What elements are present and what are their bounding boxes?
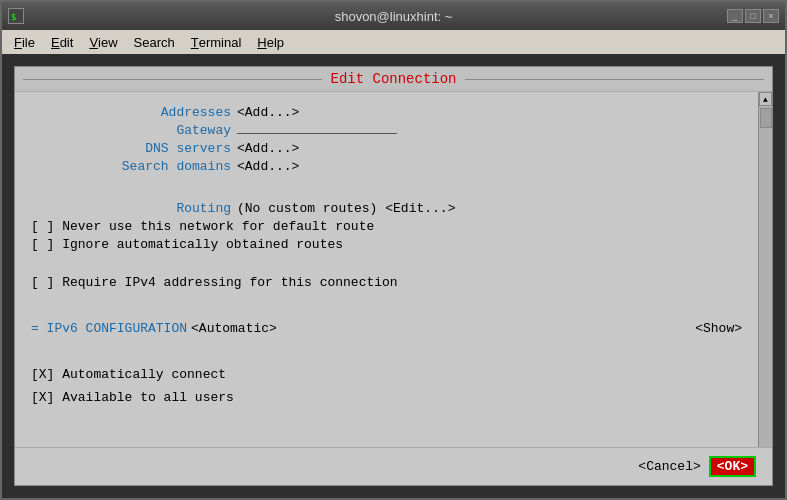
dialog-content: Addresses <Add...> Gateway <box>15 92 772 447</box>
dialog-main: Addresses <Add...> Gateway <box>15 92 758 447</box>
gateway-row: Gateway <box>31 123 742 138</box>
scroll-up[interactable]: ▲ <box>759 92 772 106</box>
checkbox-ignore-routes[interactable]: [ ] Ignore automatically obtained routes <box>31 237 742 252</box>
menu-edit[interactable]: Edit <box>43 30 81 54</box>
gateway-label: Gateway <box>31 123 231 138</box>
spacer2 <box>31 256 742 271</box>
dns-value[interactable]: <Add...> <box>237 141 299 156</box>
terminal-area: Edit Connection Addresses <Add...> <box>2 54 785 498</box>
dns-row: DNS servers <Add...> <box>31 141 742 156</box>
ok-button[interactable]: <OK> <box>709 456 756 477</box>
titlebar: $ shovon@linuxhint: ~ _ □ × <box>2 2 785 30</box>
dialog-titlebar: Edit Connection <box>15 67 772 92</box>
spacer4 <box>31 344 742 359</box>
scroll-thumb[interactable] <box>760 108 772 128</box>
menu-file[interactable]: File <box>6 30 43 54</box>
menu-terminal[interactable]: Terminal <box>183 30 250 54</box>
dialog-footer: <Cancel> <OK> <box>15 447 772 485</box>
menu-search[interactable]: Search <box>126 30 183 54</box>
menu-help[interactable]: Help <box>249 30 292 54</box>
routing-row: Routing (No custom routes) <Edit...> <box>31 201 742 216</box>
addresses-value[interactable]: <Add...> <box>237 105 299 120</box>
ipv6-label: = IPv6 CONFIGURATION <box>31 321 187 336</box>
maximize-button[interactable]: □ <box>745 9 761 23</box>
routing-value[interactable]: (No custom routes) <Edit...> <box>237 201 455 216</box>
ipv6-value[interactable]: <Automatic> <box>191 321 277 336</box>
routing-label: Routing <box>31 201 231 216</box>
titlebar-left: $ <box>8 8 24 24</box>
ipv6-row: = IPv6 CONFIGURATION <Automatic> <Show> <box>31 321 742 336</box>
edit-connection-dialog: Edit Connection Addresses <Add...> <box>14 66 773 486</box>
checkbox-require-ipv4[interactable]: [ ] Require IPv4 addressing for this con… <box>31 275 742 290</box>
close-button[interactable]: × <box>763 9 779 23</box>
dns-label: DNS servers <box>31 141 231 156</box>
menubar: File Edit View Search Terminal Help <box>2 30 785 54</box>
minimize-button[interactable]: _ <box>727 9 743 23</box>
scrollbar[interactable]: ▲ <box>758 92 772 447</box>
menu-view[interactable]: View <box>81 30 125 54</box>
checkbox-never-default-route[interactable]: [ ] Never use this network for default r… <box>31 219 742 234</box>
auto-connect-row[interactable]: [X] Automatically connect <box>31 367 742 382</box>
search-domains-label: Search domains <box>31 159 231 174</box>
terminal-window: $ shovon@linuxhint: ~ _ □ × File Edit Vi… <box>0 0 787 500</box>
available-users-row[interactable]: [X] Available to all users <box>31 390 742 405</box>
cancel-button[interactable]: <Cancel> <box>638 459 700 474</box>
addresses-label: Addresses <box>31 105 231 120</box>
spacer3 <box>31 298 742 313</box>
spacer1 <box>31 180 742 195</box>
addresses-row: Addresses <Add...> <box>31 105 742 120</box>
titlebar-buttons: _ □ × <box>727 9 779 23</box>
svg-text:$: $ <box>11 12 16 22</box>
ipv6-show[interactable]: <Show> <box>495 321 742 336</box>
terminal-icon: $ <box>8 8 24 24</box>
gateway-field[interactable] <box>237 133 397 134</box>
search-domains-value[interactable]: <Add...> <box>237 159 299 174</box>
search-domains-row: Search domains <Add...> <box>31 159 742 174</box>
window-title: shovon@linuxhint: ~ <box>335 9 453 24</box>
dialog-title: Edit Connection <box>322 71 464 87</box>
